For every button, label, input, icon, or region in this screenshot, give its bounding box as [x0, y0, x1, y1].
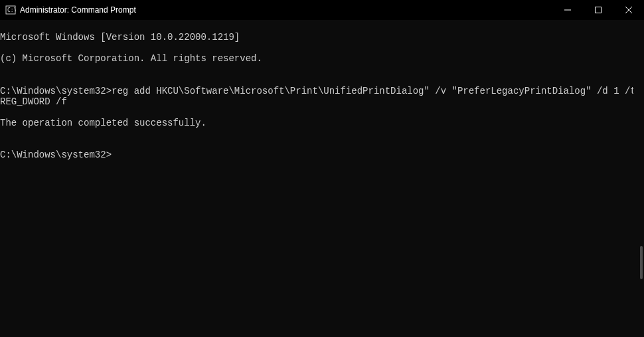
output-line: (c) Microsoft Corporation. All rights re… — [0, 53, 644, 64]
maximize-button[interactable] — [583, 0, 613, 20]
output-line: The operation completed successfully. — [0, 118, 644, 128]
scrollbar-thumb[interactable] — [640, 246, 643, 279]
close-button[interactable] — [613, 0, 644, 20]
window-title: Administrator: Command Prompt — [20, 5, 136, 15]
command-line: C:\Windows\system32>reg add HKCU\Softwar… — [0, 86, 644, 107]
command-prompt-window: C:\ Administrator: Command Prompt — [0, 0, 644, 337]
svg-text:C:\: C:\ — [7, 7, 16, 13]
titlebar-left: C:\ Administrator: Command Prompt — [0, 5, 136, 15]
cursor — [112, 150, 117, 160]
svg-rect-3 — [596, 7, 602, 13]
terminal-output[interactable]: Microsoft Windows [Version 10.0.22000.12… — [0, 20, 644, 337]
scrollbar[interactable] — [633, 20, 644, 337]
output-line: Microsoft Windows [Version 10.0.22000.12… — [0, 32, 644, 43]
prompt-text: C:\Windows\system32> — [0, 150, 112, 160]
minimize-button[interactable] — [552, 0, 583, 20]
prompt-line: C:\Windows\system32> — [0, 150, 644, 160]
titlebar[interactable]: C:\ Administrator: Command Prompt — [0, 0, 644, 20]
cmd-icon: C:\ — [5, 5, 16, 15]
window-controls — [552, 0, 644, 20]
